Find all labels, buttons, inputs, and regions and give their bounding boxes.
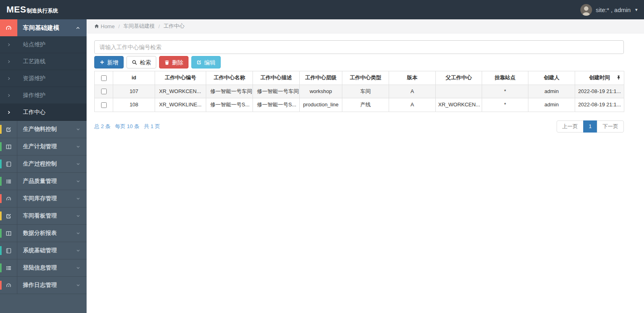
column-header-level: 工作中心层级 xyxy=(300,71,342,85)
search-input[interactable] xyxy=(94,40,624,54)
cell-code: XR_WORKCEN... xyxy=(155,85,206,98)
breadcrumb-home-label: Home xyxy=(101,23,115,29)
sidebar-subitem-site-maintenance[interactable]: 站点维护 xyxy=(0,36,87,53)
search-button[interactable]: 检索 xyxy=(126,56,156,68)
sidebar-item-workshop-modeling[interactable]: 车间基础建模 xyxy=(0,19,87,36)
delete-button-label: 删除 xyxy=(172,60,183,65)
next-page-button[interactable]: 下一页 xyxy=(597,120,624,133)
cell-description: 修一智能一号S... xyxy=(253,98,300,112)
column-header-site: 挂靠站点 xyxy=(482,71,528,85)
sidebar-subitem-label: 资源维护 xyxy=(23,75,46,82)
breadcrumb-separator: / xyxy=(118,23,120,29)
select-all-checkbox[interactable] xyxy=(101,75,107,81)
breadcrumb-item-workshop-modeling[interactable]: 车间基础建模 xyxy=(123,23,155,30)
edit-icon xyxy=(0,207,17,224)
app-logo-text: 制造执行系统 xyxy=(27,7,58,15)
cell-version: A xyxy=(389,85,436,98)
select-all-cell xyxy=(95,71,113,85)
breadcrumb-home-link[interactable]: Home xyxy=(94,23,115,29)
sidebar-subitem-process-route[interactable]: 工艺路线 xyxy=(0,53,87,70)
chevron-down-icon xyxy=(76,162,80,166)
row-checkbox[interactable] xyxy=(101,102,107,108)
edit-button-label: 编辑 xyxy=(204,60,215,65)
per-page-label: 每页 10 条 xyxy=(115,123,139,130)
cell-type: 车间 xyxy=(342,85,389,98)
chevron-down-icon xyxy=(76,214,80,218)
book-icon xyxy=(0,242,17,259)
column-header-description: 工作中心描述 xyxy=(253,71,300,85)
cell-name: 修一智能一号车间 xyxy=(206,85,253,98)
chevron-down-icon xyxy=(76,266,80,270)
search-button-label: 检索 xyxy=(140,60,151,65)
sidebar-subitem-label: 工艺路线 xyxy=(23,58,46,65)
sidebar-item-label: 车间基础建模 xyxy=(23,24,76,32)
sidebar: 车间基础建模 站点维护 工艺路线 资源维护 操作维护 工作中心 xyxy=(0,19,87,313)
sidebar-item-production-material-control[interactable]: 生产物料控制 xyxy=(0,121,87,138)
column-header-type: 工作中心类型 xyxy=(342,71,389,85)
sidebar-subitem-label: 操作维护 xyxy=(23,92,46,99)
caret-down-icon: ▾ xyxy=(635,7,638,12)
cell-level: production_line xyxy=(300,98,342,112)
sidebar-item-production-process-control[interactable]: 生产过程控制 xyxy=(0,155,87,173)
main-area: Home / 车间基础建模 / 工作中心 新增 检索 删除 编辑 xyxy=(87,19,644,133)
accent-strip xyxy=(0,194,2,203)
chevron-down-icon xyxy=(76,197,80,201)
edit-button[interactable]: 编辑 xyxy=(191,56,221,68)
delete-button[interactable]: 删除 xyxy=(159,56,188,68)
chevron-right-icon xyxy=(0,110,17,114)
sidebar-item-workshop-board-management[interactable]: 车间看板管理 xyxy=(0,207,87,225)
cell-creator: admin xyxy=(528,85,575,98)
sidebar-item-operation-log-management[interactable]: 操作日志管理 xyxy=(0,277,87,294)
prev-page-button[interactable]: 上一页 xyxy=(557,120,584,133)
sidebar-item-label: 操作日志管理 xyxy=(23,282,76,289)
column-header-parent: 父工作中心 xyxy=(436,71,482,85)
row-select-cell xyxy=(95,98,113,112)
page-count-label: 共 1 页 xyxy=(144,123,160,130)
column-header-creator: 创建人 xyxy=(528,71,575,85)
add-button[interactable]: 新增 xyxy=(94,56,124,68)
dashboard-icon xyxy=(0,190,17,207)
list-icon xyxy=(0,259,17,276)
add-button-label: 新增 xyxy=(107,60,118,65)
sidebar-subitem-label: 站点维护 xyxy=(23,41,46,48)
chevron-down-icon xyxy=(76,127,80,131)
sidebar-mainmenu: 生产物料控制 生产计划管理 生产过程控制 产品质量管理 xyxy=(0,121,87,294)
sidebar-item-data-analysis-report[interactable]: 数据分析报表 xyxy=(0,225,87,242)
sidebar-item-production-plan-management[interactable]: 生产计划管理 xyxy=(0,138,87,155)
dashboard-icon xyxy=(0,277,17,294)
breadcrumb: Home / 车间基础建模 / 工作中心 xyxy=(87,19,644,33)
user-label: site:* , admin xyxy=(596,6,631,13)
sidebar-subitem-resource-maintenance[interactable]: 资源维护 xyxy=(0,70,87,87)
chevron-right-icon xyxy=(0,60,17,64)
pin-icon[interactable] xyxy=(616,75,621,80)
sidebar-subitem-operation-maintenance[interactable]: 操作维护 xyxy=(0,87,87,104)
book-icon xyxy=(0,155,17,172)
cell-parent xyxy=(436,85,482,98)
cell-id: 107 xyxy=(113,85,155,98)
table-row[interactable]: 108 XR_WORKLINE... 修一智能一号S... 修一智能一号S...… xyxy=(95,98,624,112)
sidebar-item-label: 系统基础管理 xyxy=(23,247,76,254)
cell-creator: admin xyxy=(528,98,575,112)
sidebar-item-login-info-management[interactable]: 登陆信息管理 xyxy=(0,259,87,277)
page-1-button[interactable]: 1 xyxy=(583,120,597,133)
sidebar-item-workshop-inventory-management[interactable]: 车间库存管理 xyxy=(0,190,87,207)
sidebar-subitem-work-center[interactable]: 工作中心 xyxy=(0,104,87,121)
dashboard-icon xyxy=(0,19,17,36)
cell-name: 修一智能一号S... xyxy=(206,98,253,112)
cell-site: * xyxy=(482,98,528,112)
plus-icon xyxy=(99,60,105,65)
pagination: 上一页 1 下一页 xyxy=(557,120,624,133)
chevron-right-icon xyxy=(0,43,17,47)
sidebar-item-product-quality-management[interactable]: 产品质量管理 xyxy=(0,173,87,190)
sidebar-item-system-basic-management[interactable]: 系统基础管理 xyxy=(0,242,87,259)
content-panel: 新增 检索 删除 编辑 xyxy=(87,33,644,133)
user-avatar xyxy=(580,4,592,16)
row-checkbox[interactable] xyxy=(101,89,107,94)
chevron-down-icon xyxy=(76,249,80,253)
cell-version: A xyxy=(389,98,436,112)
accent-strip xyxy=(0,177,2,186)
table-row[interactable]: 107 XR_WORKCEN... 修一智能一号车间 修一智能一号车间 work… xyxy=(95,85,624,98)
user-menu[interactable]: site:* , admin ▾ xyxy=(580,4,638,16)
edit-icon xyxy=(197,60,202,65)
chevron-down-icon xyxy=(76,179,80,183)
